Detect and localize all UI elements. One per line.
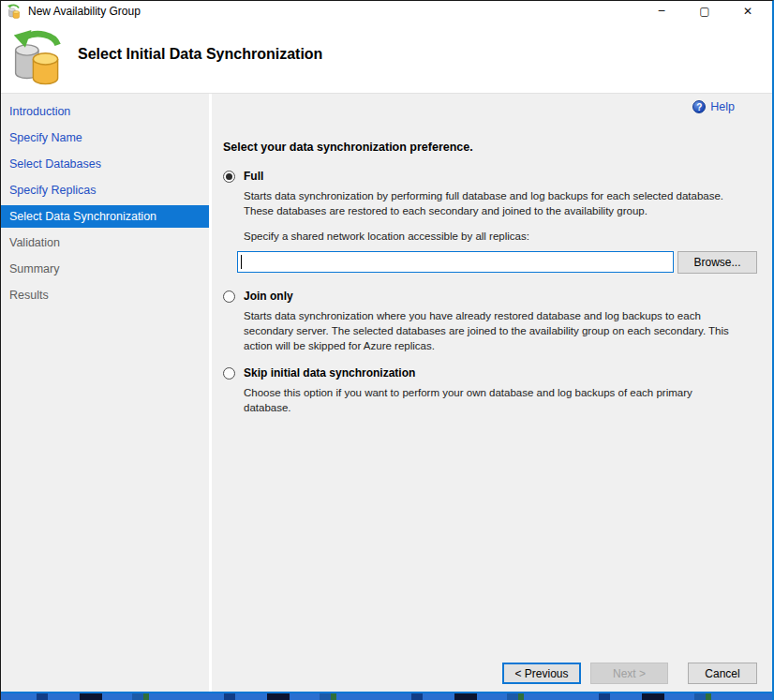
full-description: Starts data synchronization by performin…: [244, 188, 774, 218]
radio-join-only-label[interactable]: Join only: [244, 290, 293, 303]
skip-initial-description: Choose this option if you want to perfor…: [244, 385, 774, 415]
database-sync-icon: [10, 29, 67, 85]
availability-group-app-icon: [7, 4, 22, 19]
shared-location-label: Specify a shared network location access…: [244, 231, 529, 242]
radio-full[interactable]: [223, 171, 235, 183]
next-button: Next >: [590, 663, 668, 684]
page-title: Select Initial Data Synchronization: [78, 46, 322, 63]
wizard-body: Introduction Specify Name Select Databas…: [1, 94, 772, 692]
help-icon: ?: [692, 100, 706, 113]
close-button[interactable]: ✕: [732, 1, 764, 22]
title-bar: New Availability Group ─ ▢ ✕: [1, 1, 772, 22]
minimize-button[interactable]: ─: [646, 1, 677, 22]
step-results: Results: [1, 282, 209, 308]
new-availability-group-dialog: New Availability Group ─ ▢ ✕ Select Init…: [0, 0, 774, 700]
join-only-description: Starts data synchronization where you ha…: [244, 308, 774, 353]
window-title: New Availability Group: [28, 5, 141, 18]
step-summary: Summary: [1, 256, 209, 282]
help-link[interactable]: ? Help: [692, 100, 735, 113]
step-introduction[interactable]: Introduction: [1, 98, 209, 125]
step-select-data-synchronization[interactable]: Select Data Synchronization: [1, 205, 209, 228]
radio-full-label[interactable]: Full: [244, 170, 263, 183]
shared-location-input[interactable]: [237, 251, 674, 273]
wizard-header: Select Initial Data Synchronization: [1, 22, 772, 94]
radio-join-only[interactable]: [223, 290, 235, 303]
step-specify-name[interactable]: Specify Name: [1, 125, 209, 151]
background-taskbar-sliver: [1, 692, 772, 700]
radio-skip-initial[interactable]: [223, 367, 235, 380]
cancel-button[interactable]: Cancel: [688, 663, 757, 684]
step-validation: Validation: [1, 230, 209, 256]
step-specify-replicas[interactable]: Specify Replicas: [1, 177, 209, 203]
maximize-button[interactable]: ▢: [689, 1, 721, 22]
previous-button[interactable]: < Previous: [502, 663, 581, 684]
sync-preference-heading: Select your data synchronization prefere…: [223, 141, 473, 154]
text-caret: [241, 255, 242, 269]
sync-preference-panel: ? Help Select your data synchronization …: [212, 94, 772, 692]
wizard-steps: Introduction Specify Name Select Databas…: [1, 94, 209, 692]
help-label: Help: [710, 100, 735, 113]
browse-button[interactable]: Browse...: [677, 251, 757, 274]
step-select-databases[interactable]: Select Databases: [1, 151, 209, 177]
radio-skip-initial-label[interactable]: Skip initial data synchronization: [244, 366, 415, 380]
